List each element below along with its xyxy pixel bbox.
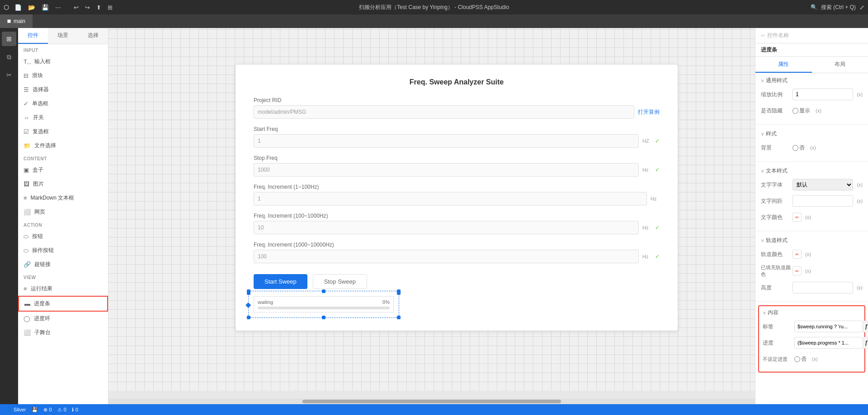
panel-item-selector[interactable]: ☰ 选择器: [18, 83, 108, 97]
error-count: 0: [49, 407, 52, 412]
activity-tools[interactable]: ✂: [2, 68, 16, 82]
settings-icon[interactable]: ⊞: [106, 3, 114, 12]
stop-sweep-button[interactable]: Stop Sweep: [313, 274, 367, 289]
panel-item-substage[interactable]: ⬜ 子舞台: [18, 326, 108, 340]
check-freqinc3[interactable]: ✓: [655, 253, 660, 260]
input-freqinc3[interactable]: [254, 250, 639, 263]
panel-item-webpage[interactable]: ⬜ 网页: [18, 205, 108, 219]
progressbar-label: 进度条: [34, 300, 50, 308]
export-icon[interactable]: ⬆: [94, 3, 103, 12]
panel-item-runresult[interactable]: ≡ 运行结果: [18, 282, 108, 296]
panel-item-slider[interactable]: ⊟ 滑块: [18, 69, 108, 83]
form-row-freqinc2: Freq. Increment (100~1000Hz) Hz ✓: [254, 213, 660, 234]
panel-item-markdown[interactable]: ≡ MarkDown 文本框: [18, 191, 108, 205]
radio-input-indeterminate[interactable]: [794, 356, 800, 362]
activity-layers[interactable]: ⧉: [2, 50, 16, 64]
scale-input-group: (x): [793, 89, 863, 100]
panel-item-box[interactable]: ▣ 盒子: [18, 163, 108, 177]
lp-tab-controls[interactable]: 控件: [18, 28, 48, 44]
label-fontfamily: 文字字体: [761, 181, 793, 189]
status-save-icon[interactable]: 💾: [32, 407, 38, 413]
input-stopfreq[interactable]: [254, 163, 639, 177]
textinput-icon: T⎵: [24, 58, 31, 65]
panel-item-textinput[interactable]: T⎵ 输入框: [18, 55, 108, 69]
handle-tm[interactable]: [322, 289, 326, 293]
checkbox-label: 复选框: [33, 128, 49, 135]
progress-expr-btn[interactable]: ƒx: [863, 337, 868, 349]
unit-freqinc2: Hz: [642, 225, 651, 230]
color-btn-filledtrack[interactable]: ✏: [793, 266, 802, 275]
handle-bm[interactable]: [322, 316, 326, 319]
panel-item-progressring[interactable]: ◯ 进度环: [18, 312, 108, 326]
panel-item-fileselect[interactable]: 📁 文件选择: [18, 139, 108, 153]
radio-indeterminate-no[interactable]: 否: [794, 355, 807, 363]
actionbtn-label: 操作按钮: [32, 247, 54, 254]
tag-expr-btn[interactable]: ƒx: [863, 321, 868, 332]
radio-input-bg[interactable]: [793, 145, 798, 151]
more-icon[interactable]: ⋯: [53, 3, 63, 12]
status-bar: 👤 Silver 💾 ⊗ 0 ⚠ 0 ℹ 0: [0, 404, 868, 415]
select-fontfamily[interactable]: 默认: [793, 179, 853, 191]
activity-components[interactable]: ⊞: [2, 32, 16, 46]
radio-hidden[interactable]: 显示: [793, 107, 810, 115]
check-startfreq[interactable]: ✓: [655, 138, 660, 144]
radio-bg-no[interactable]: 否: [793, 144, 805, 152]
maximize-icon[interactable]: ⤢: [859, 4, 864, 11]
color-btn-track[interactable]: ✏: [793, 250, 802, 259]
input-scale[interactable]: [793, 89, 853, 100]
check-freqinc2[interactable]: ✓: [655, 224, 660, 231]
input-freqinc1[interactable]: [254, 192, 647, 205]
input-fontspacing[interactable]: [793, 195, 853, 207]
rp-tab-attr[interactable]: 属性: [755, 57, 812, 73]
panel-item-hyperlink[interactable]: 🔗 超链接: [18, 257, 108, 271]
lp-tab-scene[interactable]: 场景: [48, 28, 78, 44]
search-label[interactable]: 搜索 (Ctrl + Q): [821, 4, 856, 11]
canvas-content[interactable]: Freq. Sweep Analyzer Suite Project RID 打…: [108, 28, 755, 391]
color-btn-font[interactable]: ✏: [793, 213, 802, 222]
input-freqinc2[interactable]: [254, 221, 639, 234]
textinput-label: 输入框: [34, 58, 51, 65]
canvas-scrollbar[interactable]: [108, 399, 755, 404]
folder-open-icon[interactable]: 📂: [26, 3, 37, 12]
form-row-stopfreq: Stop Freq Hz ✓: [254, 155, 660, 177]
panel-item-switch[interactable]: ↔ 开关: [18, 111, 108, 125]
file-new-icon[interactable]: 📄: [13, 3, 24, 12]
radio-input-hidden[interactable]: [793, 108, 798, 114]
label-hidden: 是否隐藏: [761, 107, 793, 115]
rp-section-general-title: ∨ 通用样式: [761, 77, 863, 84]
trackstyle-title-label: 轨道样式: [766, 237, 788, 244]
image-icon: 🖼: [24, 181, 29, 187]
save-icon[interactable]: 💾: [40, 3, 51, 12]
save-status-icon: 💾: [32, 407, 38, 413]
fontcolor-x-label: (x): [805, 214, 811, 220]
handle-ml[interactable]: [247, 291, 250, 295]
handle-bl[interactable]: [247, 316, 250, 319]
panel-item-button[interactable]: ⬭ 按钮: [18, 229, 108, 243]
redo-icon[interactable]: ↪: [83, 3, 92, 12]
input-startfreq[interactable]: [254, 134, 639, 148]
panel-item-image[interactable]: 🖼 图片: [18, 177, 108, 191]
actionbtn-icon: ⬭: [24, 247, 28, 254]
tab-main[interactable]: main: [0, 14, 33, 28]
lp-tab-select[interactable]: 选择: [78, 28, 108, 44]
panel-item-checkbox[interactable]: ☑ 复选框: [18, 125, 108, 139]
input-tag-expr[interactable]: [794, 321, 863, 332]
input-height[interactable]: [793, 282, 853, 294]
panel-item-progressbar[interactable]: ▬ 进度条: [18, 296, 108, 312]
start-sweep-button[interactable]: Start Sweep: [254, 274, 307, 289]
check-stopfreq[interactable]: ✓: [655, 167, 660, 173]
input-projectrid[interactable]: [254, 105, 634, 119]
undo-icon[interactable]: ↩: [72, 3, 80, 12]
panel-item-actionbtn[interactable]: ⬭ 操作按钮: [18, 243, 108, 257]
panel-item-radio[interactable]: ✓ 单选框: [18, 97, 108, 111]
link-opencase[interactable]: 打开算例: [638, 108, 660, 116]
tab-label: main: [14, 18, 25, 24]
scale-x-label: (x): [857, 92, 863, 97]
checkbox-icon: ☑: [24, 128, 29, 135]
canvas-scrollbar-thumb[interactable]: [302, 400, 561, 403]
handle-br[interactable]: [397, 316, 401, 319]
label-scale: 缩放比例: [761, 91, 793, 98]
input-progress-expr[interactable]: [794, 337, 863, 349]
rp-tab-layout[interactable]: 布局: [812, 57, 868, 73]
handle-mr[interactable]: [397, 291, 401, 295]
